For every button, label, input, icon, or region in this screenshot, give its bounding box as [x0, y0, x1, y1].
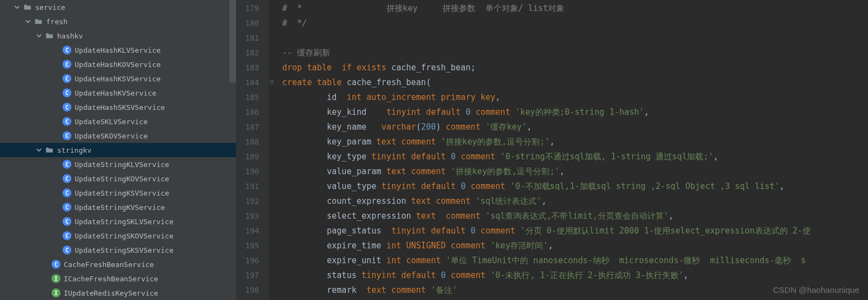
code-line [269, 31, 868, 46]
line-number: 198 [236, 283, 269, 298]
class-icon: C [63, 131, 71, 140]
line-number: 189 [236, 149, 269, 164]
folder-icon [34, 17, 43, 26]
code-line: # */ [269, 16, 868, 31]
tree-file[interactable]: CUpdateHashKLVService [0, 43, 236, 57]
tree-label: UpdateStringKVService [75, 203, 165, 212]
code-line: drop table if exists cache_fresh_bean; [269, 60, 868, 75]
tree-file[interactable]: CUpdateStringKOVService [0, 171, 236, 186]
class-icon: C [63, 174, 71, 183]
tree-label: UpdateStringSKOVService [75, 232, 173, 240]
class-icon: C [63, 103, 71, 112]
tree-label: UpdateStringKOVService [75, 175, 169, 183]
code-line: key_name varchar(200) comment '缓存key', [269, 120, 868, 135]
class-icon: C [63, 46, 71, 54]
tree-file[interactable]: CUpdateStringKVService [0, 200, 236, 214]
fold-minus-icon[interactable]: ⊟ [270, 74, 274, 89]
tree-label: UpdateStringSKLVService [75, 218, 173, 226]
tree-label: UpdateHashKLVService [75, 46, 161, 54]
line-number: 195 [236, 238, 269, 253]
chevron-down-icon [35, 146, 43, 154]
folder-icon [45, 146, 54, 154]
tree-label: UpdateStringKLVService [75, 160, 169, 169]
line-number: 188 [236, 135, 269, 149]
code-line: create table cache_fresh_bean( [269, 75, 868, 90]
tree-file[interactable]: CUpdateSKOVService [0, 129, 236, 143]
line-number: 190 [236, 164, 269, 179]
class-icon: C [63, 88, 71, 97]
chevron-down-icon [35, 32, 43, 40]
tree-label: CacheFreshBeanService [64, 260, 154, 269]
line-number: 181 [236, 31, 269, 46]
tree-label: stringkv [57, 146, 92, 154]
tree-folder-hashkv[interactable]: hashkv [0, 29, 236, 43]
tree-folder-stringkv[interactable]: stringkv [0, 143, 236, 157]
folder-icon [23, 3, 32, 12]
tree-file[interactable]: IICacheFreshBeanService [0, 271, 236, 286]
class-icon: C [63, 160, 71, 169]
tree-file[interactable]: CUpdateStringSKSVService [0, 243, 236, 257]
code-editor[interactable]: ⊟ # * 拼接key 拼接参数 单个对象/ list对象 # */ -- 缓存… [269, 0, 868, 300]
tree-file[interactable]: CUpdateStringKLVService [0, 157, 236, 171]
code-line: select_expression text comment 'sql查询表达式… [269, 209, 868, 224]
class-icon: C [63, 188, 71, 197]
class-icon: C [63, 203, 71, 212]
code-line: value_type tinyint default 0 comment '0-… [269, 179, 868, 194]
tree-label: UpdateHashKOVService [75, 60, 161, 69]
line-number: 191 [236, 179, 269, 194]
line-number: 193 [236, 209, 269, 224]
sidebar-scrollbar[interactable] [229, 0, 236, 82]
code-line: key_param text comment '拼接key的参数,逗号分割;', [269, 135, 868, 149]
chevron-down-icon [24, 18, 32, 25]
line-number: 194 [236, 224, 269, 238]
tree-file[interactable]: CUpdateHashKOVService [0, 57, 236, 71]
tree-label: UpdateHashKSVService [75, 75, 161, 83]
class-icon: C [63, 217, 71, 226]
tree-label: UpdateSKLVService [75, 118, 148, 126]
line-number: 196 [236, 253, 269, 268]
line-number: 192 [236, 194, 269, 209]
tree-label: IUpdateRedisKeyService [64, 289, 158, 297]
line-number: 180 [236, 16, 269, 31]
class-icon: C [63, 117, 71, 126]
chevron-down-icon [13, 3, 21, 11]
tree-file[interactable]: CUpdateStringKSVService [0, 186, 236, 200]
code-line: # * 拼接key 拼接参数 单个对象/ list对象 [269, 1, 868, 16]
project-tree-panel[interactable]: service fresh hashkv CUpdateHashKLVServi… [0, 0, 236, 300]
tree-folder-fresh[interactable]: fresh [0, 14, 236, 29]
tree-label: fresh [46, 18, 68, 26]
tree-folder-service[interactable]: service [0, 0, 236, 14]
tree-file[interactable]: IIUpdateRedisKeyService [0, 286, 236, 300]
tree-file[interactable]: CUpdateHashKSVService [0, 71, 236, 86]
line-number: 185 [236, 90, 269, 105]
code-line: key_type tinyint default 0 comment '0-st… [269, 149, 868, 164]
code-line: status tinyint default 0 comment '0-未执行,… [269, 268, 868, 283]
tree-file[interactable]: CUpdateHashSKSVService [0, 100, 236, 114]
line-number: 184 [236, 75, 269, 90]
tree-label: service [35, 3, 65, 12]
tree-file[interactable]: CCacheFreshBeanService [0, 257, 236, 271]
tree-label: UpdateSKOVService [75, 132, 148, 140]
class-icon: C [63, 74, 71, 83]
interface-icon: I [52, 288, 60, 297]
code-line: id int auto_increment primary key, [269, 90, 868, 105]
line-number: 183 [236, 60, 269, 75]
code-line: remark text comment '备注' [269, 283, 868, 298]
tree-label: UpdateStringSKSVService [75, 246, 173, 254]
class-icon: C [52, 260, 60, 269]
line-number: 182 [236, 46, 269, 60]
code-line: value_param text comment '拼接key的参数,逗号分割;… [269, 164, 868, 179]
tree-file[interactable]: CUpdateSKLVService [0, 114, 236, 129]
editor-gutter[interactable]: 179 180 181 182 183 184 185 186 187 188 … [236, 0, 269, 300]
class-icon: C [63, 246, 71, 254]
code-line: count_expression text comment 'sql统计表达式'… [269, 194, 868, 209]
tree-file[interactable]: CUpdateStringSKLVService [0, 214, 236, 229]
tree-label: UpdateStringKSVService [75, 189, 169, 197]
line-number: 186 [236, 105, 269, 120]
tree-file[interactable]: CUpdateHashKVService [0, 86, 236, 100]
tree-file[interactable]: CUpdateStringSKOVService [0, 229, 236, 243]
class-icon: C [63, 231, 71, 240]
class-icon: C [63, 60, 71, 69]
tree-label: UpdateHashSKSVService [75, 103, 165, 112]
line-number: 187 [236, 120, 269, 135]
